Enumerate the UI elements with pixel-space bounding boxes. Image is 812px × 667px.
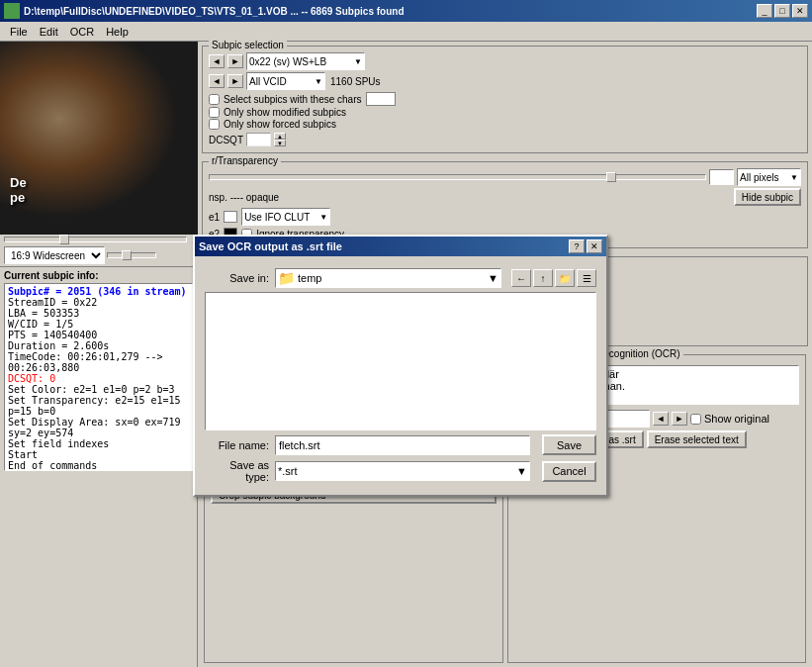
dialog-help-btn[interactable]: ?: [569, 239, 585, 253]
dialog-close-btn[interactable]: ✕: [586, 239, 602, 253]
dialog-title-bar: Save OCR output as .srt file ? ✕: [195, 237, 606, 256]
save-in-combo[interactable]: 📁 temp ▼: [275, 268, 501, 288]
dialog-toolbar-list[interactable]: ☰: [577, 269, 596, 287]
menu-edit[interactable]: Edit: [34, 24, 64, 40]
file-name-label: File name:: [205, 439, 269, 451]
window-title: D:\temp\FullDisc\UNDEFINED\VIDEO_TS\VTS_…: [24, 6, 405, 17]
save-type-combo[interactable]: *.srt ▼: [275, 461, 530, 481]
app-icon: [4, 3, 20, 19]
maximize-button[interactable]: □: [774, 4, 790, 18]
dialog-file-area[interactable]: [205, 292, 596, 430]
dialog-toolbar-folder[interactable]: 📁: [555, 269, 575, 287]
title-bar: D:\temp\FullDisc\UNDEFINED\VIDEO_TS\VTS_…: [0, 0, 812, 22]
file-name-input[interactable]: [275, 435, 530, 455]
close-button[interactable]: ✕: [792, 4, 808, 18]
save-in-label: Save in:: [205, 272, 269, 284]
menu-help[interactable]: Help: [100, 24, 135, 40]
menu-file[interactable]: File: [4, 24, 34, 40]
save-type-label: Save as type:: [205, 459, 269, 483]
dialog-save-btn[interactable]: Save: [542, 434, 596, 455]
menu-ocr[interactable]: OCR: [64, 24, 100, 40]
save-dialog: Save OCR output as .srt file ? ✕ Save in…: [193, 235, 608, 497]
menu-bar: File Edit OCR Help: [0, 22, 812, 42]
dialog-title: Save OCR output as .srt file: [199, 240, 342, 252]
minimize-button[interactable]: _: [757, 4, 772, 18]
dialog-overlay: Save OCR output as .srt file ? ✕ Save in…: [0, 42, 812, 667]
dialog-toolbar-back[interactable]: ←: [511, 269, 531, 287]
dialog-toolbar-up[interactable]: ↑: [533, 269, 553, 287]
dialog-cancel-btn[interactable]: Cancel: [542, 461, 596, 482]
